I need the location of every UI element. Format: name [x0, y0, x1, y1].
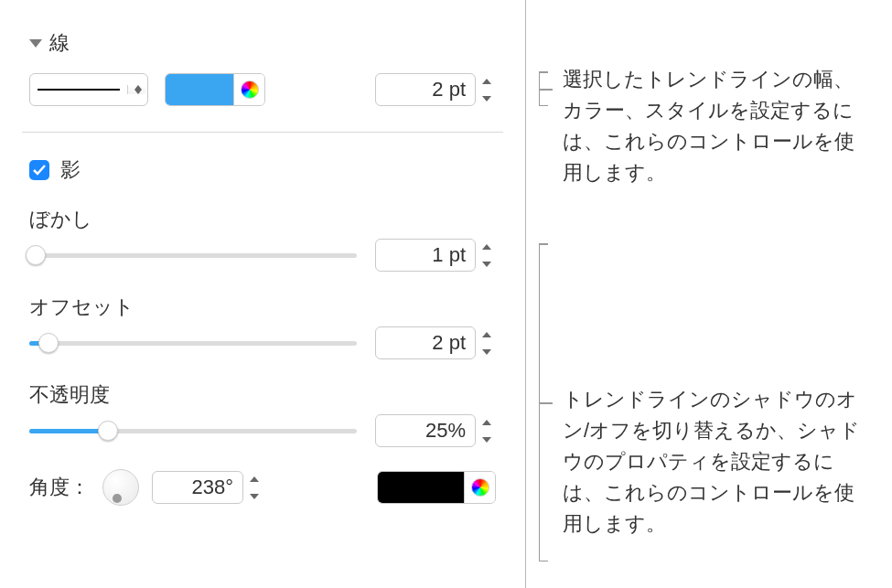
callout-stroke: 選択したトレンドラインの幅、カラー、スタイルを設定するには、これらのコントロール… [563, 64, 874, 188]
svg-marker-9 [482, 437, 491, 443]
line-style-sample-icon [38, 89, 120, 91]
angle-dial[interactable] [102, 469, 139, 506]
popup-stepper-icon [127, 85, 147, 94]
stroke-color-swatch[interactable] [166, 74, 233, 105]
stroke-width-stepper[interactable] [478, 73, 496, 106]
chevron-down-icon[interactable] [478, 432, 496, 447]
svg-marker-10 [250, 476, 259, 482]
angle-row: 角度： 238° [29, 469, 496, 506]
angle-label: 角度： [29, 474, 90, 501]
svg-marker-5 [482, 262, 491, 267]
color-wheel-icon [471, 478, 489, 497]
opacity-stepper[interactable] [478, 414, 496, 447]
blur-value: 1 pt [432, 243, 466, 267]
svg-marker-8 [482, 420, 491, 425]
color-picker-button[interactable] [233, 74, 264, 105]
offset-stepper[interactable] [478, 326, 496, 359]
annotation-column: 選択したトレンドラインの幅、カラー、スタイルを設定するには、これらのコントロール… [526, 0, 892, 588]
shadow-color-well[interactable] [377, 471, 496, 504]
chevron-down-icon[interactable] [478, 344, 496, 359]
shadow-color-picker-button[interactable] [464, 472, 495, 503]
line-style-popup[interactable] [29, 73, 148, 106]
svg-marker-1 [134, 90, 142, 94]
blur-label: ぼかし [29, 206, 496, 233]
chevron-up-icon[interactable] [245, 471, 263, 486]
disclosure-icon [29, 39, 42, 48]
chevron-up-icon[interactable] [478, 239, 496, 254]
divider [22, 132, 503, 133]
blur-slider[interactable] [29, 243, 357, 267]
shadow-checkbox-row[interactable]: 影 [29, 156, 496, 184]
offset-field[interactable]: 2 pt [375, 326, 476, 359]
stroke-section-title: 線 [49, 29, 70, 57]
angle-stepper[interactable] [245, 471, 263, 504]
opacity-slider[interactable] [29, 419, 357, 443]
check-icon [33, 165, 46, 176]
chevron-down-icon[interactable] [478, 256, 496, 272]
inspector-panel: 線 2 pt [0, 0, 526, 588]
stroke-color-well[interactable] [165, 73, 265, 106]
opacity-field[interactable]: 25% [375, 414, 476, 447]
svg-marker-7 [482, 349, 491, 355]
chevron-down-icon[interactable] [245, 488, 263, 504]
chevron-down-icon[interactable] [478, 91, 496, 106]
svg-marker-2 [482, 79, 491, 84]
svg-marker-6 [482, 332, 491, 337]
color-wheel-icon [241, 80, 259, 99]
svg-marker-3 [482, 96, 491, 102]
chevron-up-icon[interactable] [478, 326, 496, 342]
blur-field[interactable]: 1 pt [375, 239, 476, 272]
offset-slider[interactable] [29, 331, 357, 355]
callout-shadow: トレンドラインのシャドウのオン/オフを切り替えるか、シャドウのプロパティを設定す… [563, 384, 874, 540]
shadow-color-swatch[interactable] [378, 472, 464, 503]
opacity-group: 不透明度 25% [29, 381, 496, 447]
opacity-label: 不透明度 [29, 381, 496, 409]
stroke-section-header[interactable]: 線 [29, 29, 496, 57]
shadow-checkbox-label: 影 [60, 156, 81, 184]
offset-label: オフセット [29, 294, 496, 321]
angle-indicator-icon [113, 494, 122, 503]
svg-marker-4 [482, 244, 491, 250]
angle-value: 238° [191, 476, 233, 499]
chevron-up-icon[interactable] [478, 73, 496, 89]
offset-value: 2 pt [432, 331, 466, 355]
stroke-width-field[interactable]: 2 pt [375, 73, 476, 106]
stroke-controls-row: 2 pt [29, 73, 496, 106]
blur-group: ぼかし 1 pt [29, 206, 496, 272]
shadow-checkbox[interactable] [29, 160, 49, 180]
chevron-up-icon[interactable] [478, 414, 496, 430]
offset-group: オフセット 2 pt [29, 294, 496, 359]
svg-marker-11 [250, 494, 259, 499]
blur-stepper[interactable] [478, 239, 496, 272]
stroke-width-value: 2 pt [432, 78, 466, 102]
opacity-value: 25% [425, 419, 466, 443]
angle-field[interactable]: 238° [152, 471, 243, 504]
